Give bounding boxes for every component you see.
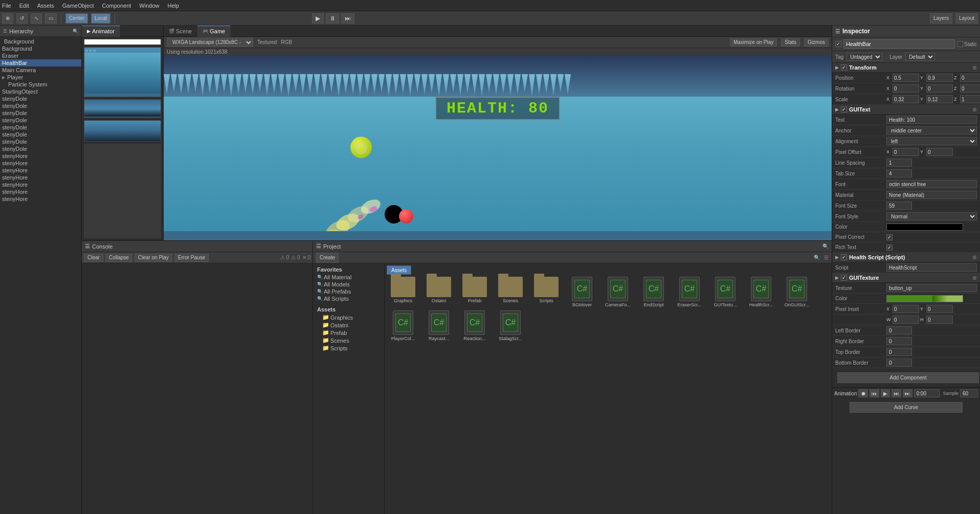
add-curve-btn[interactable]: Add Curve — [850, 402, 963, 413]
guitext-header[interactable]: ▶ GUIText ⚙ — [832, 105, 980, 115]
asset-raycast[interactable]: C# Raycast... — [422, 310, 455, 341]
asset-ostatni[interactable]: Ostatni — [422, 277, 455, 307]
guitexture-color-swatch[interactable] — [886, 295, 963, 302]
text-field[interactable] — [886, 116, 977, 124]
anim-time-field[interactable] — [914, 389, 940, 397]
menu-component[interactable]: Component — [102, 3, 131, 9]
scale-x[interactable] — [893, 95, 919, 103]
pixel-offset-x[interactable] — [893, 148, 919, 156]
project-filter[interactable]: ☰ — [824, 255, 829, 260]
thumb-dark-strip[interactable] — [84, 99, 161, 118]
asset-scenes[interactable]: Scenes — [494, 277, 527, 307]
h-item-stenyhore1[interactable]: stenyHore — [0, 152, 81, 160]
rotation-y[interactable] — [926, 84, 953, 93]
position-y[interactable] — [926, 74, 953, 82]
menu-edit[interactable]: Edit — [19, 3, 29, 9]
anim-record-btn[interactable]: ⏺ — [858, 389, 868, 397]
h-item-stenyhore5[interactable]: stenyHore — [0, 181, 81, 188]
menu-gameobject[interactable]: GameObject — [62, 3, 94, 9]
texture-field[interactable] — [886, 284, 977, 292]
h-item-stenyhore6[interactable]: stenyHore — [0, 188, 81, 195]
tab-size-field[interactable] — [886, 169, 912, 177]
toolbar-scale[interactable]: ⤡ — [31, 13, 42, 24]
clear-on-play-btn[interactable]: Clear on Play — [135, 254, 172, 262]
position-z[interactable] — [960, 74, 980, 82]
step-button[interactable]: ⏭ — [341, 13, 354, 24]
pixel-inset-x[interactable] — [893, 305, 919, 313]
static-checkbox[interactable] — [957, 41, 963, 47]
font-field[interactable] — [886, 180, 977, 188]
layer-dropdown[interactable]: Default — [905, 53, 935, 61]
collapse-btn[interactable]: Collapse — [105, 254, 132, 262]
toolbar-center[interactable]: Center — [65, 13, 88, 24]
play-button[interactable]: ▶ — [312, 13, 324, 24]
pause-button[interactable]: ⏸ — [326, 13, 339, 24]
clear-btn[interactable]: Clear — [84, 254, 103, 262]
sample-field[interactable] — [960, 389, 978, 397]
h-item-background2[interactable]: Background — [0, 45, 81, 52]
h-item-stenydole3[interactable]: stenyDole — [0, 109, 81, 117]
bottom-border-field[interactable] — [886, 359, 912, 367]
stats-btn[interactable]: Stats — [781, 38, 800, 47]
project-search[interactable]: 🔍 — [822, 243, 829, 249]
h-item-stenydole1[interactable]: stenyDole — [0, 95, 81, 102]
tree-all-material[interactable]: 🔍 All Material — [315, 274, 382, 281]
toolbar-rect[interactable]: ▭ — [45, 13, 57, 24]
h-item-particle[interactable]: Particle System — [0, 81, 81, 88]
rotation-z[interactable] — [960, 84, 980, 93]
layout-dropdown[interactable]: Layout — [955, 13, 978, 24]
h-item-stenydole5[interactable]: stenyDole — [0, 124, 81, 131]
guitexture-settings[interactable]: ⚙ — [972, 275, 977, 281]
pixel-inset-y[interactable] — [926, 305, 953, 313]
tree-all-models[interactable]: 🔍 All Models — [315, 281, 382, 288]
right-border-field[interactable] — [886, 337, 912, 345]
position-x[interactable] — [893, 74, 919, 82]
asset-scripts[interactable]: Scripts — [530, 277, 563, 307]
rich-text-checkbox[interactable] — [886, 244, 893, 251]
add-component-btn[interactable]: Add Component — [837, 372, 979, 383]
h-item-healthbar[interactable]: HealthBar — [0, 59, 81, 66]
error-pause-btn[interactable]: Error Pause — [174, 254, 209, 262]
menu-file[interactable]: File — [2, 3, 11, 9]
thumb-white-strip[interactable] — [84, 39, 161, 45]
tree-scenes[interactable]: 📁 Scenes — [315, 337, 382, 344]
anim-next-btn[interactable]: ⏭ — [892, 389, 901, 397]
health-script-header[interactable]: ▶ Health Script (Script) ⚙ — [832, 253, 980, 262]
h-item-stenyhore3[interactable]: stenyHore — [0, 167, 81, 174]
object-name-field[interactable] — [843, 39, 955, 49]
project-search-bar[interactable]: 🔍 — [814, 255, 820, 260]
line-spacing-field[interactable] — [886, 159, 912, 167]
h-item-stenydole7[interactable]: stenyDole — [0, 138, 81, 145]
guitexture-header[interactable]: ▶ GUITexture ⚙ — [832, 273, 980, 283]
asset-bgmover[interactable]: C# BGMover — [566, 277, 598, 307]
h-item-stenydole2[interactable]: stenyDole — [0, 102, 81, 109]
asset-healthscr[interactable]: C# HealthScr... — [745, 277, 777, 307]
alignment-dropdown[interactable]: left — [886, 137, 977, 145]
tree-prefab[interactable]: 📁 Prefab — [315, 329, 382, 337]
tag-dropdown[interactable]: Untagged — [847, 53, 882, 61]
rotation-x[interactable] — [893, 84, 919, 93]
guitext-settings-icon[interactable]: ⚙ — [972, 107, 977, 113]
anchor-dropdown[interactable]: middle center — [886, 126, 977, 135]
tab-game[interactable]: 🎮 Game — [197, 26, 231, 37]
toolbar-rotate[interactable]: ↺ — [16, 13, 28, 24]
h-item-maincamera[interactable]: Main Camera — [0, 66, 81, 74]
static-check[interactable]: Static — [957, 41, 977, 47]
h-item-stenyhore2[interactable]: stenyHore — [0, 160, 81, 167]
left-border-field[interactable] — [886, 326, 912, 334]
maximize-on-play-btn[interactable]: Maximize on Play — [730, 38, 777, 47]
h-item-player[interactable]: ▶Player — [0, 74, 81, 81]
hierarchy-search-icon[interactable]: 🔍 — [73, 29, 78, 34]
object-active-toggle[interactable] — [835, 41, 841, 47]
asset-onguiscr[interactable]: C# OnGUIScr... — [781, 277, 813, 307]
thumb-cave[interactable] — [84, 47, 161, 97]
menu-help[interactable]: Help — [167, 3, 179, 9]
transform-header[interactable]: ▶ Transform ⚙ — [832, 63, 980, 73]
h-item-stenydole4[interactable]: stenyDole — [0, 117, 81, 124]
game-canvas[interactable]: HEALTH: 80 — [164, 56, 832, 240]
color-swatch[interactable] — [886, 224, 963, 231]
health-script-enable[interactable] — [841, 254, 847, 260]
pixel-offset-y[interactable] — [926, 148, 953, 156]
tab-animator[interactable]: ▶ Animator — [82, 26, 120, 37]
gizmos-btn[interactable]: Gizmos — [804, 38, 829, 47]
